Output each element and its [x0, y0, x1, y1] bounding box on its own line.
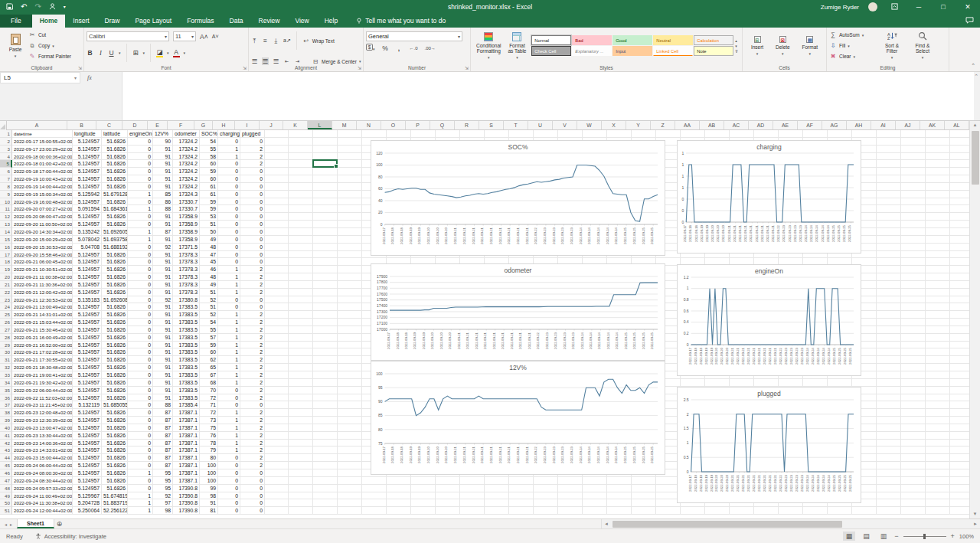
- cell[interactable]: 2022-09-20 15:30:53+02:00: [12, 244, 73, 251]
- cell[interactable]: 48: [200, 244, 218, 251]
- clear-button[interactable]: ✖Clear▾: [829, 52, 877, 61]
- cell[interactable]: [583, 499, 607, 507]
- cell[interactable]: [313, 348, 338, 356]
- cell[interactable]: 0: [218, 183, 240, 191]
- cell[interactable]: [289, 447, 313, 454]
- cell[interactable]: [558, 130, 583, 138]
- cell[interactable]: [313, 432, 338, 440]
- cell[interactable]: 2022-09-21 16:52:00+02:00: [12, 342, 73, 349]
- cell[interactable]: 0: [218, 205, 240, 213]
- cell[interactable]: [950, 326, 969, 334]
- style-chip-calc[interactable]: Calculation: [694, 35, 733, 45]
- cell[interactable]: 17383.5: [173, 311, 200, 319]
- cell[interactable]: [289, 198, 313, 206]
- cell[interactable]: 1: [218, 311, 240, 319]
- chart-charging[interactable]: charging00011112022-09-172022-09-182022-…: [677, 140, 861, 254]
- cell[interactable]: 0: [128, 153, 153, 161]
- cell[interactable]: [877, 319, 901, 326]
- cell[interactable]: [754, 379, 779, 387]
- cell[interactable]: 91: [153, 379, 173, 387]
- cell[interactable]: 91: [200, 499, 218, 507]
- row-header-27[interactable]: 27: [0, 326, 12, 334]
- cell[interactable]: 51.6826: [102, 168, 128, 175]
- italic-button[interactable]: I: [97, 49, 104, 57]
- decrease-decimal-icon[interactable]: .00→: [425, 44, 436, 52]
- cell[interactable]: [289, 153, 313, 161]
- column-header-Q[interactable]: Q: [430, 121, 455, 129]
- cell[interactable]: [338, 379, 362, 387]
- row-header-13[interactable]: 13: [0, 221, 12, 228]
- cell[interactable]: 91: [153, 289, 173, 296]
- cell[interactable]: [338, 319, 362, 326]
- cell[interactable]: 2022-09-24 11:00:49+02:00: [12, 492, 73, 500]
- cell[interactable]: 46: [200, 266, 218, 273]
- accessibility-status[interactable]: Accessibility: Investigate: [29, 533, 113, 540]
- cell[interactable]: [265, 432, 289, 440]
- cell[interactable]: [877, 401, 901, 409]
- cell[interactable]: 95: [153, 477, 173, 485]
- cell[interactable]: 0: [128, 356, 153, 364]
- cell[interactable]: 2: [240, 319, 265, 326]
- cell[interactable]: [265, 424, 289, 432]
- cell[interactable]: 0: [128, 183, 153, 191]
- cell[interactable]: 5.124957: [73, 251, 102, 259]
- cell[interactable]: [313, 477, 338, 485]
- cell[interactable]: [460, 507, 485, 515]
- cell[interactable]: 91: [153, 348, 173, 356]
- cell[interactable]: [265, 130, 289, 138]
- cell[interactable]: [656, 507, 681, 515]
- cell[interactable]: [950, 183, 969, 191]
- page-break-view-button[interactable]: ▥: [877, 532, 890, 541]
- cell[interactable]: 55: [200, 326, 218, 334]
- cell[interactable]: 2022-09-17 23:00:29+02:00: [12, 146, 73, 153]
- cell[interactable]: 87: [153, 447, 173, 454]
- cell[interactable]: [926, 183, 950, 191]
- cell[interactable]: [828, 507, 852, 515]
- cell[interactable]: [901, 319, 926, 326]
- cell[interactable]: [289, 281, 313, 289]
- cell[interactable]: 0: [240, 205, 265, 213]
- cell[interactable]: [411, 492, 436, 500]
- cell[interactable]: [313, 319, 338, 326]
- cell[interactable]: longitude: [73, 130, 102, 138]
- cell[interactable]: 73: [200, 417, 218, 424]
- cell[interactable]: 1: [218, 379, 240, 387]
- cell[interactable]: [534, 130, 558, 138]
- row-header-32[interactable]: 32: [0, 364, 12, 371]
- scroll-left-icon[interactable]: ◄: [602, 522, 611, 526]
- cell[interactable]: [950, 334, 969, 342]
- row-header-42[interactable]: 42: [0, 440, 12, 447]
- cell[interactable]: 76: [200, 432, 218, 440]
- cell[interactable]: [338, 191, 362, 198]
- cell[interactable]: [901, 205, 926, 213]
- cell[interactable]: 0: [128, 221, 153, 228]
- row-header-50[interactable]: 50: [0, 499, 12, 507]
- cell[interactable]: 91: [153, 303, 173, 311]
- cell[interactable]: [313, 198, 338, 206]
- cell[interactable]: 67: [200, 371, 218, 379]
- cell[interactable]: 91: [153, 311, 173, 319]
- cell[interactable]: 2: [240, 394, 265, 402]
- cell[interactable]: 2022-09-24 09:57:33+02:00: [12, 485, 73, 492]
- cell[interactable]: 2022-09-19 15:00:34+02:00: [12, 191, 73, 198]
- cell[interactable]: [313, 175, 338, 183]
- column-header-B[interactable]: B: [67, 121, 96, 129]
- cell[interactable]: 17324.2: [173, 146, 200, 153]
- row-header-48[interactable]: 48: [0, 485, 12, 492]
- cell[interactable]: 0: [240, 168, 265, 175]
- cell[interactable]: 0: [128, 364, 153, 371]
- cell[interactable]: 0: [128, 462, 153, 469]
- cell[interactable]: 2: [240, 462, 265, 469]
- column-header-G[interactable]: G: [194, 121, 213, 129]
- row-header-22[interactable]: 22: [0, 289, 12, 296]
- cell[interactable]: 2: [240, 417, 265, 424]
- cell[interactable]: 90: [153, 138, 173, 146]
- cell[interactable]: 59: [200, 168, 218, 175]
- cell[interactable]: 5.124957: [73, 334, 102, 342]
- cell[interactable]: [338, 334, 362, 342]
- cell[interactable]: 51.6826: [102, 311, 128, 319]
- cell[interactable]: 2: [240, 266, 265, 273]
- cell[interactable]: 5.078042: [73, 236, 102, 244]
- cell[interactable]: 91: [153, 273, 173, 281]
- cell[interactable]: 2022-09-22 06:00:44+02:00: [12, 387, 73, 394]
